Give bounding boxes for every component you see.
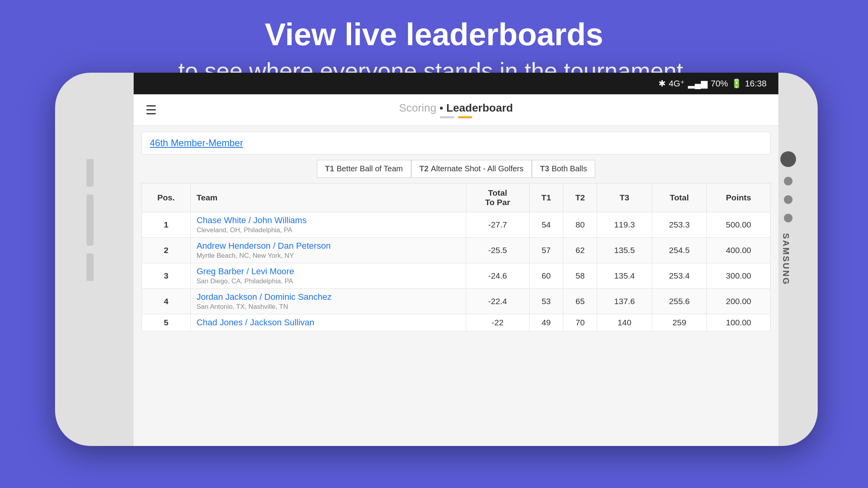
row-pos: 2 (142, 238, 191, 263)
row-t3: 135.4 (597, 263, 652, 289)
table-row: 1 Chase White / John Williams Cleveland,… (142, 212, 771, 238)
row-t2: 80 (563, 212, 597, 238)
row-t1: 54 (529, 212, 563, 238)
header-t2: T2 (563, 183, 597, 212)
header-team: Team (190, 183, 466, 212)
bluetooth-icon: ✱ (658, 79, 666, 89)
status-bar: ✱ 4G⁺ ▂▄▆ 70% 🔋 16:38 (134, 73, 778, 94)
row-t2: 58 (563, 263, 597, 289)
tab-button-t1[interactable]: T1 Better Ball of Team (317, 160, 411, 178)
leaderboard-label: Leaderboard (446, 102, 513, 114)
camera-lens (780, 151, 796, 167)
battery-icon: 🔋 (731, 79, 742, 89)
table-header-row: Pos. Team TotalTo Par T1 T2 T3 Total Poi… (142, 183, 771, 212)
hamburger-menu-icon[interactable]: ☰ (145, 104, 157, 116)
team-location: Cleveland, OH, Philadelphia, PA (197, 226, 462, 234)
table-row: 2 Andrew Henderson / Dan Peterson Myrtle… (142, 238, 771, 263)
tournament-header: 46th Member-Member (142, 132, 771, 154)
signal-icon: ▂▄▆ (688, 79, 708, 89)
row-pos: 4 (142, 289, 191, 314)
row-total: 259 (652, 314, 707, 331)
separator: • (440, 102, 447, 114)
tab-t2-num: T2 (419, 164, 428, 173)
row-points: 500.00 (707, 212, 771, 238)
row-t3: 137.6 (597, 289, 652, 314)
row-pos: 3 (142, 263, 191, 289)
tab-t2-label: Alternate Shot - All Golfers (431, 164, 524, 173)
team-name[interactable]: Chase White / John Williams (197, 215, 462, 226)
row-total-to-par: -24.6 (466, 263, 529, 289)
right-camera-area (780, 151, 796, 222)
team-location: San Diego, CA, Philadelphia, PA (197, 277, 462, 285)
row-team: Andrew Henderson / Dan Peterson Myrtle B… (190, 238, 466, 263)
samsung-brand: SAMSUNG (780, 233, 791, 285)
row-t2: 65 (563, 289, 597, 314)
main-content: 46th Member-Member T1 Better Ball of Tea… (134, 126, 778, 446)
camera-dot-1 (784, 177, 793, 185)
table-row: 3 Greg Barber / Levi Moore San Diego, CA… (142, 263, 771, 289)
row-t1: 49 (529, 314, 563, 331)
main-title: View live leaderboards (0, 16, 868, 53)
row-t1: 57 (529, 238, 563, 263)
camera-dot-2 (784, 195, 793, 204)
tab-button-t3[interactable]: T3 Both Balls (532, 160, 595, 178)
tournament-name[interactable]: 46th Member-Member (150, 138, 243, 148)
team-name[interactable]: Andrew Henderson / Dan Peterson (197, 241, 462, 251)
header-total-to-par: TotalTo Par (466, 183, 529, 212)
row-t1: 60 (529, 263, 563, 289)
row-total: 253.4 (652, 263, 707, 289)
row-t3: 119.3 (597, 212, 652, 238)
row-total-to-par: -25.5 (466, 238, 529, 263)
network-icon: 4G⁺ (669, 79, 685, 89)
table-row: 4 Jordan Jackson / Dominic Sanchez San A… (142, 289, 771, 314)
row-team: Chad Jones / Jackson Sullivan (190, 314, 466, 331)
team-name[interactable]: Chad Jones / Jackson Sullivan (197, 317, 462, 328)
row-total: 255.6 (652, 289, 707, 314)
row-pos: 1 (142, 212, 191, 238)
row-points: 200.00 (707, 289, 771, 314)
phone-screen: ✱ 4G⁺ ▂▄▆ 70% 🔋 16:38 ☰ Scoring • Leader… (134, 73, 778, 446)
row-points: 400.00 (707, 238, 771, 263)
row-total: 254.5 (652, 238, 707, 263)
row-total-to-par: -22.4 (466, 289, 529, 314)
camera-dot-3 (784, 214, 793, 222)
leaderboard-body: 1 Chase White / John Williams Cleveland,… (142, 212, 771, 331)
tab-indicators (440, 116, 472, 118)
row-total: 253.3 (652, 212, 707, 238)
power-button (86, 159, 94, 187)
time-display: 16:38 (745, 79, 767, 89)
tab-t1-label: Better Ball of Team (337, 164, 403, 173)
row-team: Chase White / John Williams Cleveland, O… (190, 212, 466, 238)
volume-down-button (86, 253, 94, 281)
row-pos: 5 (142, 314, 191, 331)
scoring-label: Scoring (399, 102, 436, 114)
tab-indicator-1 (440, 116, 454, 118)
row-t3: 135.5 (597, 238, 652, 263)
tab-buttons-group: T1 Better Ball of Team T2 Alternate Shot… (142, 160, 771, 178)
team-location: Myrtle Beach, NC, New York, NY (197, 252, 462, 260)
row-team: Greg Barber / Levi Moore San Diego, CA, … (190, 263, 466, 289)
status-icons: ✱ 4G⁺ ▂▄▆ 70% 🔋 16:38 (658, 79, 767, 89)
side-buttons-left (86, 159, 94, 281)
row-t2: 70 (563, 314, 597, 331)
header-pos: Pos. (142, 183, 191, 212)
row-total-to-par: -22 (466, 314, 529, 331)
leaderboard-table: Pos. Team TotalTo Par T1 T2 T3 Total Poi… (142, 183, 771, 331)
row-team: Jordan Jackson / Dominic Sanchez San Ant… (190, 289, 466, 314)
row-total-to-par: -27.7 (466, 212, 529, 238)
header-t1: T1 (529, 183, 563, 212)
phone-shell: SAMSUNG ✱ 4G⁺ ▂▄▆ 70% 🔋 16:38 ☰ Scoring (55, 73, 818, 446)
tab-indicator-2 (458, 116, 472, 118)
tab-button-t2[interactable]: T2 Alternate Shot - All Golfers (411, 160, 532, 178)
row-t2: 62 (563, 238, 597, 263)
app-bar: ☰ Scoring • Leaderboard (134, 94, 778, 126)
team-name[interactable]: Jordan Jackson / Dominic Sanchez (197, 292, 462, 302)
team-name[interactable]: Greg Barber / Levi Moore (197, 266, 462, 277)
tab-t3-num: T3 (540, 164, 549, 173)
table-row: 5 Chad Jones / Jackson Sullivan -22 49 7… (142, 314, 771, 331)
app-bar-title-text: Scoring • Leaderboard (399, 102, 513, 114)
header-t3: T3 (597, 183, 652, 212)
volume-up-button (86, 194, 94, 246)
tab-t1-num: T1 (325, 164, 334, 173)
row-points: 100.00 (707, 314, 771, 331)
